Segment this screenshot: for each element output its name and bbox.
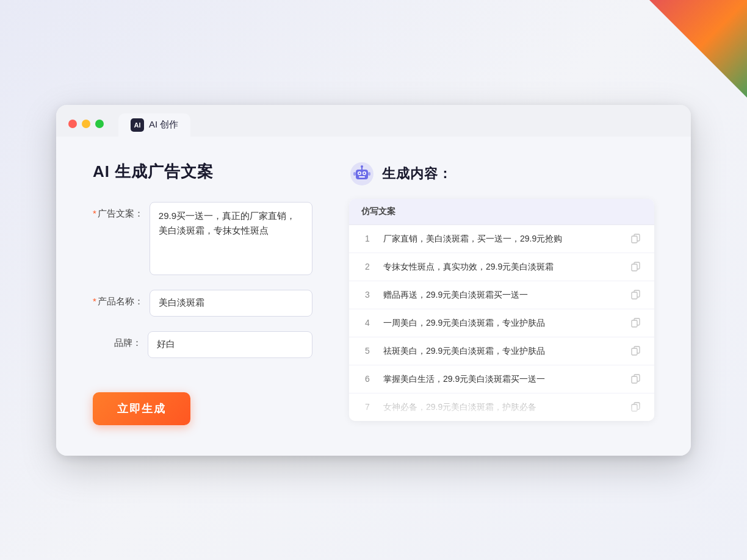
- table-header: 仿写文案: [349, 199, 654, 225]
- svg-rect-9: [353, 172, 356, 176]
- row-number: 4: [361, 318, 374, 328]
- form-row-brand: 品牌：: [93, 331, 312, 358]
- svg-point-4: [359, 172, 361, 174]
- result-rows: 1厂家直销，美白淡斑霜，买一送一，29.9元抢购 2专抹女性斑点，真实功效，29…: [349, 225, 654, 421]
- row-text: 厂家直销，美白淡斑霜，买一送一，29.9元抢购: [383, 232, 620, 245]
- product-name-input[interactable]: [150, 290, 312, 317]
- row-text: 一周美白，29.9元美白淡斑霜，专业护肤品: [383, 317, 620, 329]
- row-number: 3: [361, 290, 374, 300]
- ad-copy-textarea[interactable]: 29.9买一送一，真正的厂家直销，美白淡斑霜，专抹女性斑点: [150, 202, 312, 275]
- required-star: *: [93, 208, 96, 218]
- ai-tab-icon: AI: [131, 118, 144, 132]
- table-row: 2专抹女性斑点，真实功效，29.9元美白淡斑霜: [349, 253, 654, 281]
- table-row: 7女神必备，29.9元美白淡斑霜，护肤必备: [349, 393, 654, 421]
- table-row: 4一周美白，29.9元美白淡斑霜，专业护肤品: [349, 309, 654, 337]
- traffic-lights: [68, 120, 104, 128]
- svg-rect-1: [356, 170, 368, 179]
- robot-icon: [349, 161, 375, 187]
- close-button[interactable]: [68, 120, 77, 128]
- table-row: 1厂家直销，美白淡斑霜，买一送一，29.9元抢购: [349, 225, 654, 253]
- tab-ai-creation[interactable]: AI AI 创作: [118, 113, 190, 137]
- result-table: 仿写文案 1厂家直销，美白淡斑霜，买一送一，29.9元抢购 2专抹女性斑点，真实…: [349, 199, 654, 421]
- copy-icon[interactable]: [630, 260, 642, 273]
- row-number: 5: [361, 346, 374, 356]
- svg-rect-16: [632, 292, 637, 299]
- copy-icon[interactable]: [630, 401, 642, 413]
- result-table-container: 仿写文案 1厂家直销，美白淡斑霜，买一送一，29.9元抢购 2专抹女性斑点，真实…: [349, 199, 654, 421]
- result-title: 生成内容：: [382, 165, 452, 183]
- svg-rect-12: [632, 236, 637, 243]
- content-area: AI 生成广告文案 *广告文案： 29.9买一送一，真正的厂家直销，美白淡斑霜，…: [56, 137, 691, 456]
- svg-point-5: [364, 172, 366, 174]
- result-header: 生成内容：: [349, 161, 654, 187]
- generate-button[interactable]: 立即生成: [93, 392, 190, 425]
- corner-decoration: [649, 0, 747, 98]
- page-title: AI 生成广告文案: [93, 161, 312, 182]
- ad-copy-label: *广告文案：: [93, 202, 150, 220]
- row-text: 专抹女性斑点，真实功效，29.9元美白淡斑霜: [383, 260, 620, 273]
- browser-window: AI AI 创作 AI 生成广告文案 *广告文案： 29.9买一送一，真正的厂家…: [56, 105, 691, 456]
- table-row: 3赠品再送，29.9元美白淡斑霜买一送一: [349, 281, 654, 309]
- brand-label: 品牌：: [93, 331, 148, 349]
- svg-rect-24: [632, 404, 637, 411]
- form-row-ad-copy: *广告文案： 29.9买一送一，真正的厂家直销，美白淡斑霜，专抹女性斑点: [93, 202, 312, 275]
- svg-rect-22: [632, 376, 637, 383]
- row-text: 赠品再送，29.9元美白淡斑霜买一送一: [383, 289, 620, 301]
- form-row-product-name: *产品名称：: [93, 290, 312, 317]
- svg-rect-18: [632, 320, 637, 327]
- right-panel: 生成内容： 仿写文案 1厂家直销，美白淡斑霜，买一送一，29.9元抢购 2专抹女…: [349, 161, 654, 425]
- minimize-button[interactable]: [82, 120, 90, 128]
- table-row: 6掌握美白生活，29.9元美白淡斑霜买一送一: [349, 365, 654, 393]
- table-row: 5祛斑美白，29.9元美白淡斑霜，专业护肤品: [349, 337, 654, 365]
- row-text: 祛斑美白，29.9元美白淡斑霜，专业护肤品: [383, 345, 620, 357]
- row-number: 7: [361, 402, 374, 412]
- copy-icon[interactable]: [630, 345, 642, 357]
- tab-label: AI 创作: [149, 119, 178, 131]
- row-number: 2: [361, 262, 374, 271]
- copy-icon[interactable]: [630, 373, 642, 385]
- required-star-2: *: [93, 296, 96, 306]
- copy-icon[interactable]: [630, 232, 642, 245]
- svg-rect-20: [632, 348, 637, 355]
- row-number: 6: [361, 374, 374, 384]
- left-panel: AI 生成广告文案 *广告文案： 29.9买一送一，真正的厂家直销，美白淡斑霜，…: [93, 161, 312, 425]
- row-text: 掌握美白生活，29.9元美白淡斑霜买一送一: [383, 373, 620, 386]
- maximize-button[interactable]: [95, 120, 104, 128]
- title-bar: AI AI 创作: [56, 105, 691, 137]
- copy-icon[interactable]: [630, 289, 642, 301]
- row-text: 女神必备，29.9元美白淡斑霜，护肤必备: [383, 401, 620, 414]
- brand-input[interactable]: [148, 331, 312, 358]
- svg-rect-14: [632, 264, 637, 271]
- copy-icon[interactable]: [630, 317, 642, 329]
- product-name-label: *产品名称：: [93, 290, 150, 307]
- svg-rect-10: [368, 172, 370, 176]
- row-number: 1: [361, 234, 374, 243]
- svg-rect-6: [359, 176, 365, 178]
- svg-point-8: [361, 165, 363, 168]
